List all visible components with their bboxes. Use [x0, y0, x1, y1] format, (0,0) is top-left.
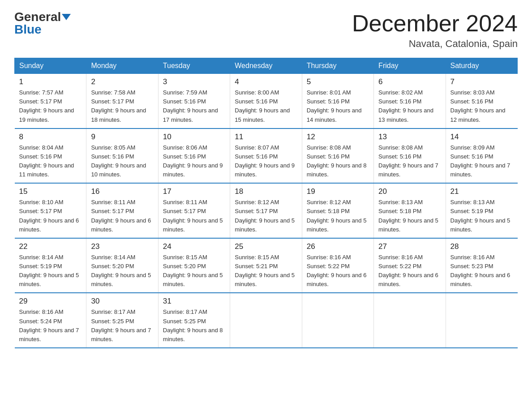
day-info: Sunrise: 8:09 AMSunset: 5:16 PMDaylight:…: [450, 144, 511, 178]
logo-blue-text: Blue: [14, 23, 42, 36]
day-info: Sunrise: 8:12 AMSunset: 5:17 PMDaylight:…: [235, 199, 295, 232]
calendar-day-cell: 20 Sunrise: 8:13 AMSunset: 5:18 PMDaylig…: [374, 183, 446, 238]
day-info: Sunrise: 8:17 AMSunset: 5:25 PMDaylight:…: [163, 308, 223, 342]
day-info: Sunrise: 8:02 AMSunset: 5:16 PMDaylight:…: [378, 89, 433, 123]
calendar-day-cell: 21 Sunrise: 8:13 AMSunset: 5:19 PMDaylig…: [446, 183, 517, 238]
calendar-day-cell: 7 Sunrise: 8:03 AMSunset: 5:16 PMDayligh…: [446, 74, 517, 128]
calendar-day-cell: 29 Sunrise: 8:16 AMSunset: 5:24 PMDaylig…: [15, 293, 86, 348]
day-number: 25: [235, 242, 297, 251]
calendar-day-cell: 30 Sunrise: 8:17 AMSunset: 5:25 PMDaylig…: [86, 293, 158, 348]
page-header: General Blue December 2024 Navata, Catal…: [14, 11, 518, 50]
day-number: 13: [378, 133, 441, 141]
day-number: 27: [378, 242, 441, 251]
day-info: Sunrise: 8:10 AMSunset: 5:17 PMDaylight:…: [19, 199, 79, 232]
day-number: 23: [91, 242, 153, 251]
calendar-day-cell: 2 Sunrise: 7:58 AMSunset: 5:17 PMDayligh…: [86, 74, 158, 128]
day-number: 6: [378, 77, 441, 86]
calendar-day-cell: 27 Sunrise: 8:16 AMSunset: 5:22 PMDaylig…: [374, 238, 446, 293]
day-number: 30: [91, 297, 153, 306]
calendar-day-cell: 1 Sunrise: 7:57 AMSunset: 5:17 PMDayligh…: [15, 74, 86, 128]
day-number: 10: [163, 133, 225, 141]
calendar-day-cell: 26 Sunrise: 8:16 AMSunset: 5:22 PMDaylig…: [302, 238, 373, 293]
calendar-day-cell: [374, 293, 446, 348]
calendar-day-cell: 18 Sunrise: 8:12 AMSunset: 5:17 PMDaylig…: [230, 183, 302, 238]
calendar-day-cell: 8 Sunrise: 8:04 AMSunset: 5:16 PMDayligh…: [15, 128, 86, 184]
calendar-header-monday: Monday: [86, 58, 158, 74]
day-number: 24: [163, 242, 225, 251]
calendar-day-cell: 19 Sunrise: 8:12 AMSunset: 5:18 PMDaylig…: [302, 183, 373, 238]
day-info: Sunrise: 8:08 AMSunset: 5:16 PMDaylight:…: [378, 144, 438, 178]
calendar-day-cell: 3 Sunrise: 7:59 AMSunset: 5:16 PMDayligh…: [158, 74, 230, 128]
day-number: 4: [235, 77, 297, 86]
day-number: 29: [19, 297, 82, 306]
day-number: 12: [307, 133, 369, 141]
day-info: Sunrise: 8:14 AMSunset: 5:20 PMDaylight:…: [91, 254, 151, 287]
calendar-week-row: 8 Sunrise: 8:04 AMSunset: 5:16 PMDayligh…: [15, 128, 518, 184]
calendar-day-cell: 28 Sunrise: 8:16 AMSunset: 5:23 PMDaylig…: [446, 238, 517, 293]
calendar-day-cell: 24 Sunrise: 8:15 AMSunset: 5:20 PMDaylig…: [158, 238, 230, 293]
day-info: Sunrise: 7:59 AMSunset: 5:16 PMDaylight:…: [163, 89, 218, 123]
day-info: Sunrise: 8:11 AMSunset: 5:17 PMDaylight:…: [91, 199, 151, 232]
calendar-day-cell: 23 Sunrise: 8:14 AMSunset: 5:20 PMDaylig…: [86, 238, 158, 293]
day-info: Sunrise: 8:08 AMSunset: 5:16 PMDaylight:…: [307, 144, 367, 178]
calendar-header-row: SundayMondayTuesdayWednesdayThursdayFrid…: [15, 58, 518, 74]
day-info: Sunrise: 8:12 AMSunset: 5:18 PMDaylight:…: [307, 199, 367, 232]
day-info: Sunrise: 8:03 AMSunset: 5:16 PMDaylight:…: [450, 89, 506, 123]
day-number: 21: [450, 187, 513, 196]
day-info: Sunrise: 8:13 AMSunset: 5:18 PMDaylight:…: [378, 199, 438, 232]
day-number: 7: [450, 77, 513, 86]
calendar-day-cell: 31 Sunrise: 8:17 AMSunset: 5:25 PMDaylig…: [158, 293, 230, 348]
day-info: Sunrise: 8:01 AMSunset: 5:16 PMDaylight:…: [307, 89, 362, 123]
day-number: 20: [378, 187, 441, 196]
day-info: Sunrise: 8:06 AMSunset: 5:16 PMDaylight:…: [163, 144, 223, 178]
day-info: Sunrise: 8:16 AMSunset: 5:22 PMDaylight:…: [307, 254, 367, 287]
day-number: 14: [450, 133, 513, 141]
day-number: 1: [19, 77, 82, 86]
day-number: 22: [19, 242, 82, 251]
calendar-day-cell: [446, 293, 517, 348]
calendar-day-cell: [230, 293, 302, 348]
calendar-header-thursday: Thursday: [302, 58, 373, 74]
calendar-day-cell: 16 Sunrise: 8:11 AMSunset: 5:17 PMDaylig…: [86, 183, 158, 238]
day-info: Sunrise: 8:16 AMSunset: 5:24 PMDaylight:…: [19, 308, 79, 342]
day-number: 19: [307, 187, 369, 196]
day-number: 26: [307, 242, 369, 251]
calendar-day-cell: 10 Sunrise: 8:06 AMSunset: 5:16 PMDaylig…: [158, 128, 230, 184]
calendar-header-wednesday: Wednesday: [230, 58, 302, 74]
logo-general-text: General: [14, 11, 61, 23]
day-info: Sunrise: 7:57 AMSunset: 5:17 PMDaylight:…: [19, 89, 74, 123]
day-number: 18: [235, 187, 297, 196]
day-number: 2: [91, 77, 153, 86]
day-info: Sunrise: 8:16 AMSunset: 5:22 PMDaylight:…: [378, 254, 438, 287]
calendar-day-cell: 6 Sunrise: 8:02 AMSunset: 5:16 PMDayligh…: [374, 74, 446, 128]
calendar-day-cell: 9 Sunrise: 8:05 AMSunset: 5:16 PMDayligh…: [86, 128, 158, 184]
calendar-day-cell: 14 Sunrise: 8:09 AMSunset: 5:16 PMDaylig…: [446, 128, 517, 184]
title-section: December 2024 Navata, Catalonia, Spain: [352, 11, 518, 50]
day-number: 8: [19, 133, 82, 141]
calendar-day-cell: [302, 293, 373, 348]
day-number: 31: [163, 297, 225, 306]
logo-arrow-icon: [62, 14, 71, 20]
calendar-week-row: 1 Sunrise: 7:57 AMSunset: 5:17 PMDayligh…: [15, 74, 518, 128]
day-number: 9: [91, 133, 153, 141]
calendar-week-row: 29 Sunrise: 8:16 AMSunset: 5:24 PMDaylig…: [15, 293, 518, 348]
month-title: December 2024: [352, 11, 518, 36]
day-info: Sunrise: 8:07 AMSunset: 5:16 PMDaylight:…: [235, 144, 295, 178]
day-number: 5: [307, 77, 369, 86]
day-number: 3: [163, 77, 225, 86]
logo[interactable]: General Blue: [14, 11, 71, 36]
day-info: Sunrise: 8:04 AMSunset: 5:16 PMDaylight:…: [19, 144, 74, 178]
day-info: Sunrise: 8:05 AMSunset: 5:16 PMDaylight:…: [91, 144, 146, 178]
day-info: Sunrise: 8:11 AMSunset: 5:17 PMDaylight:…: [163, 199, 223, 232]
day-info: Sunrise: 8:17 AMSunset: 5:25 PMDaylight:…: [91, 308, 151, 342]
calendar-day-cell: 11 Sunrise: 8:07 AMSunset: 5:16 PMDaylig…: [230, 128, 302, 184]
day-info: Sunrise: 8:15 AMSunset: 5:21 PMDaylight:…: [235, 254, 295, 287]
calendar-day-cell: 13 Sunrise: 8:08 AMSunset: 5:16 PMDaylig…: [374, 128, 446, 184]
calendar-day-cell: 22 Sunrise: 8:14 AMSunset: 5:19 PMDaylig…: [15, 238, 86, 293]
day-info: Sunrise: 8:16 AMSunset: 5:23 PMDaylight:…: [450, 254, 511, 287]
calendar-header-sunday: Sunday: [15, 58, 86, 74]
calendar-day-cell: 5 Sunrise: 8:01 AMSunset: 5:16 PMDayligh…: [302, 74, 373, 128]
calendar-header-saturday: Saturday: [446, 58, 517, 74]
calendar-day-cell: 15 Sunrise: 8:10 AMSunset: 5:17 PMDaylig…: [15, 183, 86, 238]
day-number: 17: [163, 187, 225, 196]
